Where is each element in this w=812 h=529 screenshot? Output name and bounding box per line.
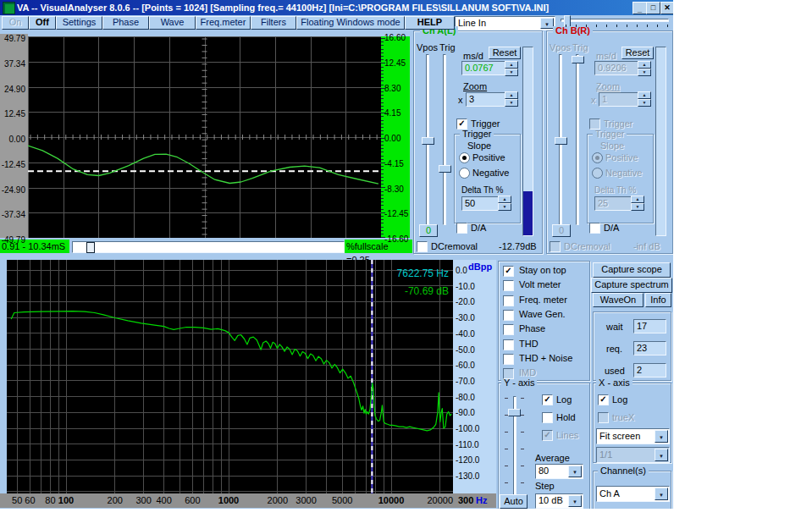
y-axis-slider-thumb[interactable] bbox=[508, 409, 521, 416]
channel-a-dcremoval-checkbox[interactable] bbox=[417, 241, 428, 252]
y-lines-checkbox bbox=[542, 430, 553, 441]
x-log-checkbox[interactable] bbox=[598, 394, 609, 405]
spectrum-y-axis-label: -130.0 bbox=[456, 471, 479, 481]
toolbar-button-freq-meter[interactable]: Freq.meter bbox=[196, 16, 251, 30]
channel-b-zero-button[interactable]: 0 bbox=[552, 224, 571, 237]
spectrum-x-axis: 300 Hz bbox=[0, 493, 496, 508]
spectrum-y-axis-label: 0.0 bbox=[456, 266, 467, 275]
spectrum-x-tick-20000: 20000 bbox=[428, 495, 454, 505]
chevron-down-icon[interactable]: ▼ bbox=[655, 488, 668, 500]
channel-a-msd-value[interactable]: 0.0767 bbox=[461, 61, 506, 75]
y-hold-checkbox[interactable] bbox=[542, 412, 553, 423]
spectrum-x-tick-400: 400 bbox=[156, 495, 171, 505]
y-axis-slider-tick bbox=[505, 482, 508, 483]
channel-a-trig-thumb[interactable] bbox=[439, 165, 451, 173]
scope-right-axis-tick bbox=[381, 148, 384, 149]
channel-a-trigger-group-title: Trigger bbox=[460, 129, 494, 139]
chevron-down-icon[interactable]: ▼ bbox=[540, 18, 554, 29]
y-axis-title: Y - axis bbox=[501, 378, 537, 388]
average-select[interactable]: 80 ▼ bbox=[535, 464, 583, 479]
info-button[interactable]: Info bbox=[645, 293, 671, 307]
close-button[interactable]: ✕ bbox=[660, 2, 673, 14]
option-phase-checkbox[interactable] bbox=[503, 324, 514, 335]
channel-b-reset-button: Reset bbox=[621, 47, 654, 59]
toolbar-slider-tick bbox=[596, 25, 597, 27]
y-axis-slider-tick bbox=[505, 398, 508, 399]
scope-right-axis-tick bbox=[381, 80, 384, 81]
channel-a-da-checkbox[interactable] bbox=[456, 223, 467, 234]
scope-right-axis-label: -16.60 bbox=[384, 234, 408, 244]
y-axis-slider-tick bbox=[521, 466, 524, 466]
y-axis-slider-tick bbox=[505, 432, 508, 433]
chevron-down-icon[interactable]: ▼ bbox=[655, 430, 668, 443]
channel-b-vpos-label: Vpos bbox=[550, 42, 571, 52]
option-stay-on-top-checkbox[interactable] bbox=[503, 266, 514, 277]
x-truex-label: trueX bbox=[612, 412, 634, 422]
scope-right-axis-tick bbox=[381, 102, 384, 103]
channel-a-delta-spinner[interactable]: ▲▼ bbox=[498, 196, 511, 210]
step-value: 10 dB bbox=[539, 495, 563, 505]
capture-scope-button[interactable]: Capture scope bbox=[593, 262, 671, 278]
chevron-down-icon[interactable]: ▼ bbox=[568, 466, 582, 477]
channel-a-reset-button[interactable]: Reset bbox=[489, 47, 521, 59]
channel-a-vpos-thumb[interactable] bbox=[422, 137, 434, 145]
option-freq-meter-checkbox[interactable] bbox=[503, 295, 514, 306]
channel-a-delta-value[interactable]: 50 bbox=[461, 196, 500, 211]
used-label: used bbox=[605, 366, 625, 376]
toolbar-button-on: On bbox=[2, 16, 29, 30]
toolbar-button-settings[interactable]: Settings bbox=[56, 16, 102, 30]
spectrum-y-axis-label: -80.0 bbox=[456, 393, 475, 402]
scope-right-axis-tick bbox=[381, 141, 384, 142]
channel-b-trig-thumb[interactable] bbox=[572, 56, 584, 63]
toolbar-button-help[interactable]: HELP bbox=[405, 16, 455, 30]
option-thd-checkbox[interactable] bbox=[503, 339, 514, 350]
input-source-select[interactable]: Line In ▼ bbox=[455, 16, 555, 30]
toolbar-button-filters[interactable]: Filters bbox=[251, 16, 296, 30]
scope-left-axis-label: -24.90 bbox=[0, 185, 25, 195]
channel-b-trig-slider[interactable] bbox=[576, 54, 579, 225]
chevron-down-icon[interactable]: ▼ bbox=[568, 495, 582, 507]
channel-select[interactable]: Ch A ▼ bbox=[596, 486, 670, 502]
fit-screen-select[interactable]: Fit screen ▼ bbox=[596, 428, 670, 444]
option-volt-meter-checkbox[interactable] bbox=[503, 280, 514, 291]
channel-a-slope-negative-radio[interactable] bbox=[459, 168, 470, 179]
toolbar-button-floating-windows-mode[interactable]: Floating Windows mode bbox=[296, 16, 405, 30]
wave-on-button[interactable]: WaveOn bbox=[593, 293, 644, 307]
spectrum-x-tick-300: 300 bbox=[135, 495, 151, 505]
spectrum-x-extra-label: 300 bbox=[458, 495, 473, 505]
scope-right-axis-label: 8.30 bbox=[384, 84, 400, 93]
channel-b-delta-spinner: ▲▼ bbox=[631, 196, 644, 210]
scope-scrollbar-thumb[interactable] bbox=[86, 242, 95, 253]
y-log-checkbox[interactable] bbox=[542, 394, 553, 405]
channel-a-slope-positive-radio[interactable] bbox=[459, 152, 470, 163]
channel-b-da-checkbox[interactable] bbox=[589, 223, 600, 234]
minimize-button[interactable]: _ bbox=[632, 2, 647, 14]
channel-a-zoom-spinner[interactable]: ▲▼ bbox=[505, 91, 518, 106]
scope-right-axis-tick bbox=[381, 163, 385, 163]
scope-scrollbar[interactable] bbox=[72, 241, 345, 253]
option-thd-noise-checkbox[interactable] bbox=[503, 354, 514, 365]
channel-a-zero-button[interactable]: 0 bbox=[419, 224, 438, 237]
spectrum-y-axis-label: -50.0 bbox=[456, 345, 475, 355]
capture-spectrum-button[interactable]: Capture spectrum bbox=[591, 278, 672, 293]
spectrum-x-tick-10000: 10000 bbox=[378, 495, 405, 505]
step-select[interactable]: 10 dB ▼ bbox=[535, 493, 583, 509]
toolbar-slider-track[interactable] bbox=[561, 19, 669, 22]
channel-a-zoom-value[interactable]: 3 bbox=[466, 92, 506, 107]
spectrum-x-tick-100: 100 bbox=[58, 495, 74, 505]
scope-right-axis-tick bbox=[381, 77, 384, 78]
toolbar-button-off[interactable]: Off bbox=[29, 16, 56, 30]
channel-a-trig-slider[interactable] bbox=[443, 54, 446, 225]
auto-button[interactable]: Auto bbox=[500, 494, 528, 509]
channel-b-vpos-thumb[interactable] bbox=[555, 137, 567, 145]
toolbar-button-wave[interactable]: Wave bbox=[149, 16, 196, 30]
toolbar-button-phase[interactable]: Phase bbox=[102, 16, 149, 30]
channel-a-msd-spinner[interactable]: ▲▼ bbox=[505, 61, 518, 75]
channel-b-delta-value: 25 bbox=[594, 196, 632, 211]
maximize-button[interactable]: □ bbox=[646, 2, 660, 14]
channel-a-level-meter bbox=[522, 47, 533, 236]
option-thd-label: THD bbox=[519, 339, 539, 349]
app-icon bbox=[3, 2, 15, 14]
option-wave-gen-checkbox[interactable] bbox=[503, 310, 514, 321]
y-axis-slider-tick bbox=[505, 466, 508, 466]
